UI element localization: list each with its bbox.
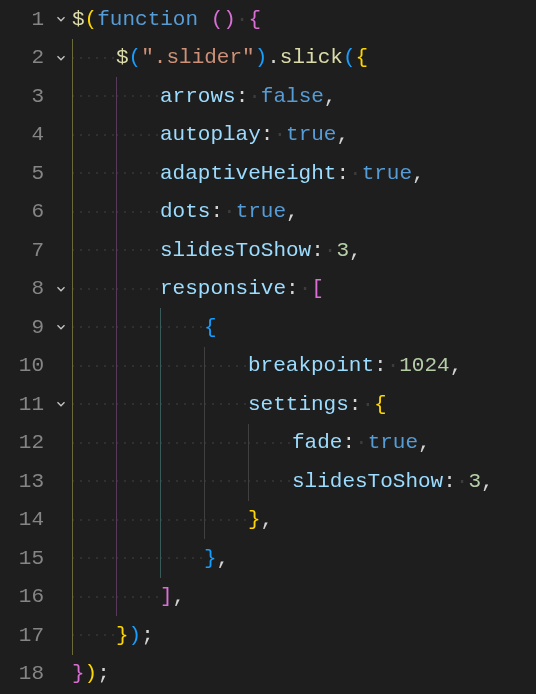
token-pn: , bbox=[286, 201, 299, 222]
chevron-down-icon bbox=[54, 397, 68, 411]
code-line[interactable]: 12fade:·true, bbox=[0, 424, 536, 463]
token-pn: : bbox=[286, 278, 299, 299]
code-line[interactable]: 11settings:·{ bbox=[0, 385, 536, 424]
code-line[interactable]: 14}, bbox=[0, 501, 536, 540]
indent-guides bbox=[72, 77, 160, 116]
indent-guides bbox=[72, 385, 248, 424]
code-content[interactable]: settings:·{ bbox=[72, 385, 387, 424]
fold-toggle[interactable] bbox=[50, 282, 72, 296]
indent-guides bbox=[72, 424, 292, 463]
code-content[interactable]: { bbox=[72, 308, 217, 347]
token-pn: : bbox=[236, 86, 249, 107]
token-bool: true bbox=[286, 124, 336, 145]
token-br3: { bbox=[204, 317, 217, 338]
token-pn: , bbox=[336, 124, 349, 145]
code-line[interactable]: 1$(function ()·{ bbox=[0, 0, 536, 39]
token-pn: : bbox=[210, 201, 223, 222]
token-ws: · bbox=[273, 124, 286, 145]
code-line[interactable]: 10breakpoint:·1024, bbox=[0, 347, 536, 386]
token-pn: , bbox=[481, 471, 494, 492]
token-fn: $ bbox=[116, 47, 129, 68]
token-fn: $ bbox=[72, 9, 85, 30]
code-content[interactable]: $(function ()·{ bbox=[72, 9, 261, 30]
code-content[interactable]: responsive:·[ bbox=[72, 270, 324, 309]
token-prop: slidesToShow bbox=[292, 471, 443, 492]
token-pn: : bbox=[349, 394, 362, 415]
code-line[interactable]: 6dots:·true, bbox=[0, 193, 536, 232]
token-pn: , bbox=[324, 86, 337, 107]
line-number[interactable]: 14 bbox=[0, 509, 50, 530]
token-pn: : bbox=[261, 124, 274, 145]
fold-toggle[interactable] bbox=[50, 397, 72, 411]
token-br3: ) bbox=[129, 625, 142, 646]
token-prop: fade bbox=[292, 432, 342, 453]
code-content[interactable]: }, bbox=[72, 501, 273, 540]
token-pn: , bbox=[173, 586, 186, 607]
line-number[interactable]: 1 bbox=[0, 9, 50, 30]
code-line[interactable]: 18}); bbox=[0, 655, 536, 694]
line-number[interactable]: 16 bbox=[0, 586, 50, 607]
fold-toggle[interactable] bbox=[50, 320, 72, 334]
indent-guides bbox=[72, 501, 248, 540]
line-number[interactable]: 8 bbox=[0, 278, 50, 299]
line-number[interactable]: 5 bbox=[0, 163, 50, 184]
code-content[interactable]: ], bbox=[72, 578, 185, 617]
code-content[interactable]: arrows:·false, bbox=[72, 77, 336, 116]
code-line[interactable]: 5adaptiveHeight:·true, bbox=[0, 154, 536, 193]
line-number[interactable]: 12 bbox=[0, 432, 50, 453]
indent-guides bbox=[72, 578, 160, 617]
token-br3: ) bbox=[255, 47, 268, 68]
line-number[interactable]: 4 bbox=[0, 124, 50, 145]
indent-guides bbox=[72, 347, 248, 386]
line-number[interactable]: 7 bbox=[0, 240, 50, 261]
code-line[interactable]: 13slidesToShow:·3, bbox=[0, 462, 536, 501]
token-prop: responsive bbox=[160, 278, 286, 299]
code-line[interactable]: 16], bbox=[0, 578, 536, 617]
chevron-down-icon bbox=[54, 12, 68, 26]
line-number[interactable]: 3 bbox=[0, 86, 50, 107]
code-content[interactable]: $(".slider").slick({ bbox=[72, 39, 368, 78]
token-pn: ; bbox=[97, 663, 110, 684]
line-number[interactable]: 11 bbox=[0, 394, 50, 415]
code-line[interactable]: 2$(".slider").slick({ bbox=[0, 39, 536, 78]
code-content[interactable]: }, bbox=[72, 539, 229, 578]
code-line[interactable]: 17}); bbox=[0, 616, 536, 655]
code-content[interactable]: autoplay:·true, bbox=[72, 116, 349, 155]
line-number[interactable]: 9 bbox=[0, 317, 50, 338]
line-number[interactable]: 10 bbox=[0, 355, 50, 376]
code-content[interactable]: breakpoint:·1024, bbox=[72, 347, 462, 386]
code-line[interactable]: 9{ bbox=[0, 308, 536, 347]
token-pn: ; bbox=[141, 625, 154, 646]
code-line[interactable]: 8responsive:·[ bbox=[0, 270, 536, 309]
code-content[interactable]: slidesToShow:·3, bbox=[72, 462, 494, 501]
token-ws: · bbox=[355, 432, 368, 453]
indent-guides bbox=[72, 154, 160, 193]
chevron-down-icon bbox=[54, 282, 68, 296]
code-line[interactable]: 15}, bbox=[0, 539, 536, 578]
token-prop: breakpoint bbox=[248, 355, 374, 376]
fold-toggle[interactable] bbox=[50, 51, 72, 65]
code-content[interactable]: }); bbox=[72, 663, 110, 684]
code-content[interactable]: slidesToShow:·3, bbox=[72, 231, 362, 270]
code-content[interactable]: dots:·true, bbox=[72, 193, 299, 232]
line-number[interactable]: 6 bbox=[0, 201, 50, 222]
fold-toggle[interactable] bbox=[50, 12, 72, 26]
code-content[interactable]: adaptiveHeight:·true, bbox=[72, 154, 425, 193]
token-br1: ) bbox=[85, 663, 98, 684]
token-ws: · bbox=[236, 9, 249, 30]
code-line[interactable]: 4autoplay:·true, bbox=[0, 116, 536, 155]
line-number[interactable]: 15 bbox=[0, 548, 50, 569]
indent-guides bbox=[72, 116, 160, 155]
code-editor[interactable]: 1$(function ()·{2$(".slider").slick({3ar… bbox=[0, 0, 536, 693]
token-pn: , bbox=[217, 548, 230, 569]
code-content[interactable]: }); bbox=[72, 616, 154, 655]
line-number[interactable]: 17 bbox=[0, 625, 50, 646]
line-number[interactable]: 13 bbox=[0, 471, 50, 492]
line-number[interactable]: 2 bbox=[0, 47, 50, 68]
token-prop: slidesToShow bbox=[160, 240, 311, 261]
code-content[interactable]: fade:·true, bbox=[72, 424, 431, 463]
line-number[interactable]: 18 bbox=[0, 663, 50, 684]
token-ws: · bbox=[299, 278, 312, 299]
code-line[interactable]: 3arrows:·false, bbox=[0, 77, 536, 116]
code-line[interactable]: 7slidesToShow:·3, bbox=[0, 231, 536, 270]
